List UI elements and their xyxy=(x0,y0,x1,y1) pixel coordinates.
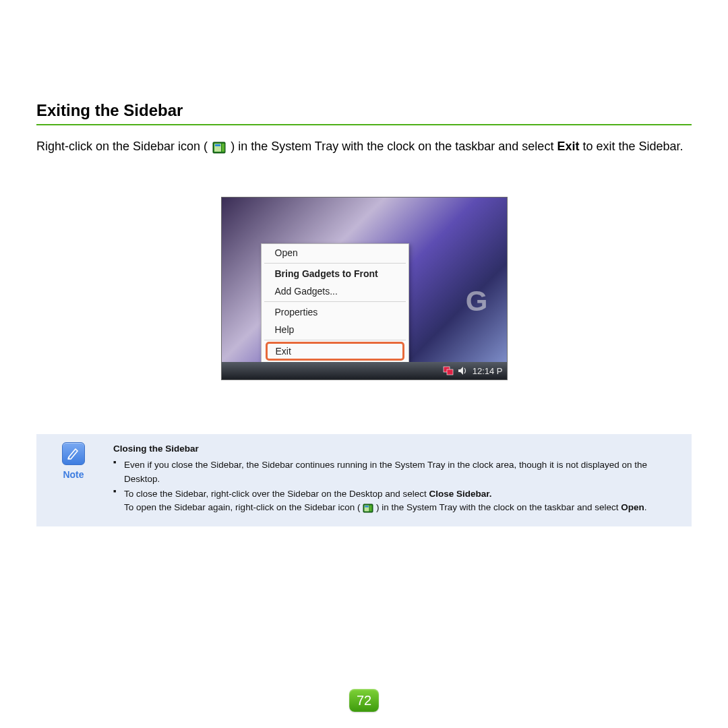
svg-rect-10 xyxy=(365,506,369,507)
sidebar-tray-icon xyxy=(212,138,226,156)
menu-item-exit-highlighted[interactable]: Exit xyxy=(266,342,404,361)
screenshot-figure: G Open Bring Gadgets to Front Add Gadget… xyxy=(221,197,508,380)
svg-rect-9 xyxy=(370,505,372,511)
note-pencil-icon xyxy=(62,442,85,465)
note-bullet-2: To close the Sidebar, right-click over t… xyxy=(113,487,679,515)
tray-network-icon[interactable] xyxy=(443,366,454,375)
svg-rect-2 xyxy=(222,144,224,152)
note-b2-a: To close the Sidebar, right-click over t… xyxy=(124,489,429,499)
tray-volume-icon[interactable] xyxy=(458,366,467,375)
taskbar-clock: 12:14 P xyxy=(473,366,503,376)
menu-item-properties[interactable]: Properties xyxy=(262,303,408,321)
note-title: Closing the Sidebar xyxy=(113,442,679,456)
menu-separator xyxy=(264,340,406,340)
sidebar-context-menu: Open Bring Gadgets to Front Add Gadgets.… xyxy=(261,243,409,364)
body-text-1: Right-click on the Sidebar icon ( xyxy=(36,140,208,153)
svg-rect-5 xyxy=(447,369,453,375)
document-page: Exiting the Sidebar Right-click on the S… xyxy=(0,0,728,526)
sidebar-tray-icon-small xyxy=(363,502,376,512)
note-bullet-1: Even if you close the Sidebar, the Sideb… xyxy=(113,458,679,486)
body-text-2: ) in the System Tray with the clock on t… xyxy=(231,140,557,153)
menu-separator xyxy=(264,301,406,302)
menu-separator xyxy=(264,263,406,264)
note-b2-d: . xyxy=(644,502,647,512)
desktop-brand-text: G xyxy=(466,285,489,317)
body-paragraph: Right-click on the Sidebar icon ( ) in t… xyxy=(36,138,692,156)
note-b2-bold-close: Close Sidebar. xyxy=(429,489,492,499)
note-b2-bold-open: Open xyxy=(621,502,644,512)
section-heading: Exiting the Sidebar xyxy=(36,101,692,125)
body-text-bold-exit: Exit xyxy=(557,140,579,153)
note-left-column: Note xyxy=(49,442,98,516)
taskbar: 12:14 P xyxy=(222,362,507,380)
desktop-screenshot: G Open Bring Gadgets to Front Add Gadget… xyxy=(221,197,508,380)
svg-marker-6 xyxy=(458,367,463,375)
menu-item-add-gadgets[interactable]: Add Gadgets... xyxy=(262,282,408,300)
note-b2-c: ) in the System Tray with the clock on t… xyxy=(376,502,621,512)
note-body: Closing the Sidebar Even if you close th… xyxy=(113,442,679,516)
page-number-badge: 72 xyxy=(349,689,379,712)
menu-item-bring-gadgets-front[interactable]: Bring Gadgets to Front xyxy=(262,265,408,282)
note-label: Note xyxy=(49,469,98,480)
note-box: Note Closing the Sidebar Even if you clo… xyxy=(36,434,692,526)
note-b2-b: To open the Sidebar again, right-click o… xyxy=(124,502,360,512)
menu-item-open[interactable]: Open xyxy=(262,244,408,262)
body-text-3: to exit the Sidebar. xyxy=(582,140,683,153)
menu-item-help[interactable]: Help xyxy=(262,321,408,338)
svg-rect-3 xyxy=(215,144,220,146)
